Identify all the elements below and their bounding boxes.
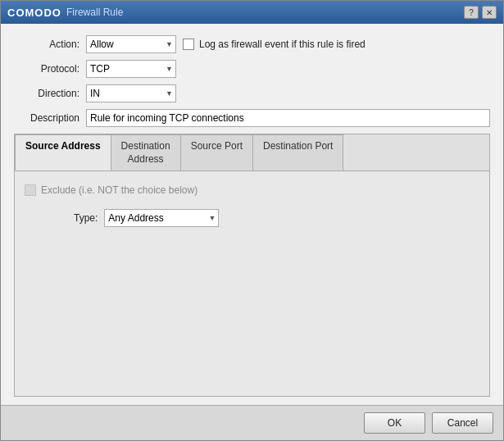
help-button[interactable]: ? [464,6,479,19]
content-area: Action: Allow Block Ask Log as firewall … [1,24,503,405]
direction-row: Direction: IN OUT IN/OUT [14,84,490,102]
footer: OK Cancel [1,405,503,440]
log-label: Log as firewall event if this rule is fi… [199,39,366,50]
window-title: Firewall Rule [66,7,123,18]
protocol-select-wrapper: TCP UDP ICMP IP [86,60,176,78]
type-row: Type: Any Address IPv4 Address IPv4 Mask… [74,209,479,227]
cancel-button[interactable]: Cancel [432,412,493,434]
action-select[interactable]: Allow Block Ask [86,35,176,53]
protocol-label: Protocol: [14,63,79,75]
type-select[interactable]: Any Address IPv4 Address IPv4 Mask IPv4 … [104,209,219,227]
action-select-wrapper: Allow Block Ask [86,35,176,53]
tab-destination-port[interactable]: Destination Port [252,134,343,170]
title-bar-buttons: ? ✕ [464,6,497,19]
tab-source-port[interactable]: Source Port [180,134,253,170]
action-row: Action: Allow Block Ask Log as firewall … [14,35,490,53]
tabs-container: Source Address DestinationAddress Source… [14,134,490,397]
protocol-select[interactable]: TCP UDP ICMP IP [86,60,176,78]
ok-button[interactable]: OK [364,412,425,434]
tab-destination-address[interactable]: DestinationAddress [111,134,181,170]
direction-select[interactable]: IN OUT IN/OUT [86,84,176,102]
protocol-row: Protocol: TCP UDP ICMP IP [14,60,490,78]
tab-source-address[interactable]: Source Address [15,134,111,170]
title-bar-left: COMODO Firewall Rule [7,7,123,19]
tab-content-source-address: Exclude (i.e. NOT the choice below) Type… [15,171,489,396]
log-row: Log as firewall event if this rule is fi… [183,39,366,50]
comodo-logo: COMODO [7,7,61,19]
direction-label: Direction: [14,88,79,99]
direction-select-wrapper: IN OUT IN/OUT [86,84,176,102]
close-button[interactable]: ✕ [482,6,497,19]
type-select-wrapper: Any Address IPv4 Address IPv4 Mask IPv4 … [104,209,219,227]
description-row: Description [14,109,490,127]
exclude-row: Exclude (i.e. NOT the choice below) [25,184,479,196]
exclude-label: Exclude (i.e. NOT the choice below) [41,184,198,196]
exclude-checkbox [25,184,36,196]
description-input[interactable] [86,109,490,127]
action-label: Action: [14,39,79,50]
type-label: Type: [74,212,98,224]
tabs-header: Source Address DestinationAddress Source… [15,134,489,171]
firewall-rule-window: COMODO Firewall Rule ? ✕ Action: Allow B… [0,0,504,441]
description-label: Description [14,112,79,124]
title-bar: COMODO Firewall Rule ? ✕ [1,1,503,24]
log-checkbox[interactable] [183,39,194,50]
